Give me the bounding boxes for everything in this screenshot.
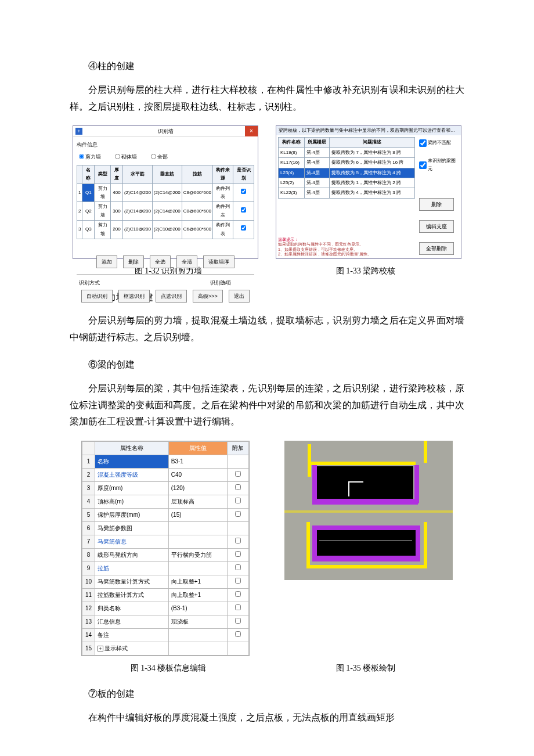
extra-checkbox[interactable] [235, 618, 241, 624]
add-button[interactable]: 添加 [96, 255, 117, 268]
clear-all-button[interactable]: 全清 [176, 255, 197, 268]
property-row[interactable]: 3厚度(mm)(120) [82, 482, 249, 495]
property-value[interactable]: (15) [168, 509, 227, 522]
beam-table-row[interactable]: KL22(3)第-4层提取跨数为 4，属性中标注为 3 跨 [279, 188, 415, 198]
wall-col-header: 厚度 [111, 165, 123, 183]
beam-table-row[interactable]: L23(4)第-4层提取跨数为 5，属性中标注为 4 跨 [279, 168, 415, 178]
property-value[interactable]: (120) [168, 482, 227, 495]
method-label: 识别方式 [79, 278, 100, 287]
property-name: 顶标高(m) [98, 498, 124, 505]
property-value[interactable] [168, 562, 227, 575]
property-row[interactable]: 8线形马凳筋方向平行横向受力筋 [82, 549, 249, 562]
property-row[interactable]: 14备注 [82, 629, 249, 642]
extra-checkbox[interactable] [235, 471, 241, 477]
slab-property-panel: 属性名称 属性值 附加 1名称B3-12混凝土强度等级C403厚度(mm)(12… [81, 441, 250, 656]
beam-check-dialog: 梁跨校核，以下梁的跨数量与集中标注中显示的不同，双击期跨图元可以进行查看和… 构… [276, 125, 461, 259]
identify-checkbox[interactable] [241, 225, 246, 231]
close-icon[interactable]: × [245, 126, 258, 136]
extra-checkbox[interactable] [235, 631, 241, 637]
extra-checkbox[interactable] [235, 564, 241, 570]
property-value[interactable]: C40 [168, 469, 227, 482]
read-thickness-button[interactable]: 读取墙厚 [203, 255, 234, 268]
beam-table-row[interactable]: KL17(16)第-4层提取跨数为 6，属性中标注为 16 跨 [279, 158, 415, 168]
beam-col-header: 问题描述 [330, 138, 415, 147]
property-row[interactable]: 15+显示样式 [82, 642, 249, 656]
property-name: 拉筋数量计算方式 [98, 592, 144, 598]
dialog-titlebar: + 识别墙 × [73, 126, 258, 136]
property-row[interactable]: 7马凳筋信息 [82, 535, 249, 549]
property-value[interactable]: 向上取整+1 [168, 575, 227, 589]
wall-table-row[interactable]: 3Q3剪力墙200(2)C10@200(2)C10@200C6@600*600构… [77, 221, 254, 239]
edit-support-button[interactable]: 编辑支座 [419, 220, 454, 233]
wall-table-row[interactable]: 2Q2剪力墙300(2)C14@200(2)C14@200C8@600*600构… [77, 202, 254, 221]
property-row[interactable]: 4顶标高(m)层顶标高 [82, 495, 249, 509]
beam-issues-table: 构件名称所属楼层问题描述 KL19(8)第-4层提取跨数为 7，属性中标注为 8… [278, 137, 415, 198]
property-row[interactable]: 5保护层厚度(mm)(15) [82, 509, 249, 522]
property-value[interactable]: (B3-1) [168, 602, 227, 615]
property-value[interactable] [168, 629, 227, 642]
property-row[interactable]: 1名称B3-1 [82, 455, 249, 469]
delete-button[interactable]: 删除 [419, 198, 454, 211]
extra-checkbox[interactable] [235, 511, 241, 517]
wall-col-header: 水平筋 [122, 165, 152, 183]
dialog-titlebar-33: 梁跨校核，以下梁的跨数量与集中标注中显示的不同，双击期跨图元可以进行查看和… [276, 126, 461, 135]
caption-1-33: 图 1-33 梁跨校核 [267, 264, 464, 278]
property-row[interactable]: 6马凳筋参数图 [82, 522, 249, 535]
wall-col-header: 类型 [95, 165, 111, 183]
auto-identify-button[interactable]: 自动识别 [81, 290, 113, 303]
extra-checkbox[interactable] [235, 604, 241, 610]
paragraph-4: 分层识别每层的柱大样，进行柱大样校核，在构件属性中修改补充识别有误和未识别的柱大… [70, 82, 464, 116]
property-value[interactable] [168, 522, 227, 535]
chk-span-mismatch[interactable]: 梁跨不匹配 [419, 139, 451, 147]
pick-identify-button[interactable]: 点选识别 [156, 290, 187, 303]
property-name: 汇总信息 [98, 618, 121, 625]
options-label: 识别选项 [210, 278, 231, 287]
property-row[interactable]: 10马凳筋数量计算方式向上取整+1 [82, 575, 249, 589]
property-name: 归类名称 [98, 605, 121, 611]
extra-checkbox[interactable] [235, 484, 241, 490]
radio-shear-wall[interactable]: 剪力墙 [79, 152, 101, 161]
delete-button[interactable]: 删除 [123, 255, 144, 268]
frame-identify-button[interactable]: 框选识别 [118, 290, 150, 303]
property-value[interactable] [168, 535, 227, 549]
property-row[interactable]: 11拉筋数量计算方式向上取整+1 [82, 589, 249, 602]
advanced-button[interactable]: 高级>>> [193, 290, 223, 303]
extra-checkbox[interactable] [235, 498, 241, 503]
property-value[interactable]: 向上取整+1 [168, 589, 227, 602]
property-value[interactable]: 平行横向受力筋 [168, 549, 227, 562]
identify-checkbox[interactable] [241, 207, 246, 213]
beam-table-row[interactable]: KL19(8)第-4层提取跨数为 7，属性中标注为 8 跨 [279, 147, 415, 157]
expand-icon[interactable]: + [98, 646, 103, 651]
section-6-title: ⑥梁的创建 [70, 357, 464, 373]
wall-type-radios: 剪力墙 砌体墙 全部 [79, 152, 254, 161]
extra-checkbox[interactable] [235, 578, 241, 584]
radio-all[interactable]: 全部 [151, 152, 168, 161]
property-row[interactable]: 9拉筋 [82, 562, 249, 575]
identify-checkbox[interactable] [241, 189, 246, 194]
property-row[interactable]: 13汇总信息现浇板 [82, 615, 249, 629]
extra-checkbox[interactable] [235, 591, 241, 597]
figure-1-35 [273, 441, 464, 580]
expand-icon[interactable]: + [75, 128, 82, 135]
property-value[interactable]: B3-1 [168, 455, 227, 469]
beam-table-row[interactable]: L25(2)第-4层提取跨数为 1，属性中标注为 2 跨 [279, 178, 415, 188]
select-all-button[interactable]: 全选 [150, 255, 171, 268]
radio-masonry-wall[interactable]: 砌体墙 [115, 152, 137, 161]
method-button-row: 自动识别 框选识别 点选识别 高级>>> 退出 [77, 290, 254, 303]
exit-button[interactable]: 退出 [229, 290, 250, 303]
property-value[interactable] [168, 642, 227, 656]
wall-table-row[interactable]: 1Q1剪力墙400(2)C14@200(2)C14@200C8@600*600构… [77, 183, 254, 202]
extra-checkbox[interactable] [235, 551, 241, 557]
delete-all-button[interactable]: 全部删除 [419, 242, 454, 255]
paragraph-5: 分层识别每层的剪力墙，提取混凝土墙边线，提取墙标志，识别剪力墙之后在定义界面对墙… [70, 312, 464, 346]
property-name: 显示样式 [104, 645, 128, 651]
property-row[interactable]: 12归类名称(B3-1) [82, 602, 249, 615]
paragraph-6: 分层识别每层的梁，其中包括连梁表，先识别每层的连梁，之后识别梁，进行梁跨校核，原… [70, 380, 464, 430]
property-row[interactable]: 2混凝土强度等级C40 [82, 469, 249, 482]
property-value[interactable]: 现浇板 [168, 615, 227, 629]
extra-checkbox[interactable] [235, 538, 241, 543]
chk-unrecognized[interactable]: 未识别的梁图元 [419, 157, 459, 174]
figure-row-1: + 识别墙 × 构件信息 剪力墙 砌体墙 全部 名称类型厚度水平筋垂直筋拉筋构件… [70, 125, 464, 259]
property-value[interactable]: 层顶标高 [168, 495, 227, 509]
property-name: 混凝土强度等级 [98, 471, 138, 478]
